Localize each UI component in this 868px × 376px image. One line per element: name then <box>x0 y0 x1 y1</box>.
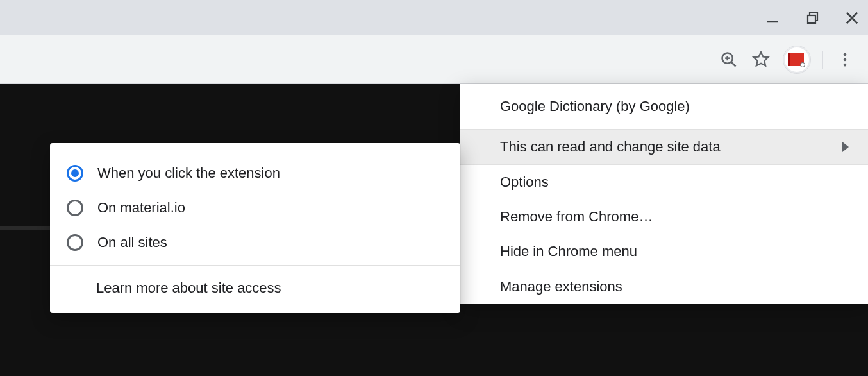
menu-item-label: Hide in Chrome menu <box>500 243 637 260</box>
menu-item-hide[interactable]: Hide in Chrome menu <box>460 234 868 269</box>
radio-label: When you click the extension <box>97 165 280 182</box>
svg-rect-1 <box>808 15 815 23</box>
site-access-submenu: When you click the extension On material… <box>50 143 460 313</box>
radio-label: On material.io <box>97 200 185 216</box>
toolbar-separator <box>822 51 823 69</box>
menu-item-options[interactable]: Options <box>460 165 868 200</box>
svg-point-9 <box>844 58 847 61</box>
radio-option-on-site[interactable]: On material.io <box>50 191 460 225</box>
more-vert-icon <box>836 51 854 69</box>
dictionary-icon <box>790 53 804 66</box>
zoom-button[interactable] <box>719 49 739 70</box>
extension-badge[interactable] <box>783 46 811 74</box>
menu-item-label: Manage extensions <box>500 278 622 295</box>
context-menu-title: Google Dictionary (by Google) <box>460 84 868 129</box>
radio-option-all-sites[interactable]: On all sites <box>50 225 460 260</box>
close-icon <box>843 9 861 27</box>
menu-item-label: Options <box>500 174 549 191</box>
radio-selected-icon <box>67 165 83 182</box>
menu-item-label: Remove from Chrome… <box>500 209 653 225</box>
window-titlebar <box>0 0 868 35</box>
chrome-menu-button[interactable] <box>835 49 855 70</box>
learn-more-label: Learn more about site access <box>96 280 281 296</box>
restore-icon <box>805 10 820 26</box>
menu-item-site-data[interactable]: This can read and change site data <box>460 130 868 164</box>
zoom-in-icon <box>720 51 738 69</box>
window-minimize-button[interactable] <box>762 7 783 29</box>
radio-option-on-click[interactable]: When you click the extension <box>50 156 460 191</box>
browser-toolbar <box>0 35 868 84</box>
radio-unselected-icon <box>67 234 83 251</box>
radio-unselected-icon <box>67 200 83 216</box>
bookmark-star-button[interactable] <box>751 49 771 70</box>
menu-item-manage-extensions[interactable]: Manage extensions <box>460 269 868 304</box>
svg-point-8 <box>844 53 847 56</box>
extension-context-menu: Google Dictionary (by Google) This can r… <box>460 84 868 304</box>
svg-point-10 <box>844 63 847 66</box>
minimize-icon <box>765 10 780 26</box>
learn-more-link[interactable]: Learn more about site access <box>50 266 460 313</box>
radio-label: On all sites <box>97 234 167 251</box>
menu-item-remove[interactable]: Remove from Chrome… <box>460 200 868 234</box>
svg-line-5 <box>731 62 736 66</box>
window-close-button[interactable] <box>841 7 863 29</box>
menu-item-label: This can read and change site data <box>500 139 721 155</box>
star-icon <box>752 51 770 69</box>
chevron-right-icon <box>842 142 849 152</box>
window-restore-button[interactable] <box>801 7 823 29</box>
